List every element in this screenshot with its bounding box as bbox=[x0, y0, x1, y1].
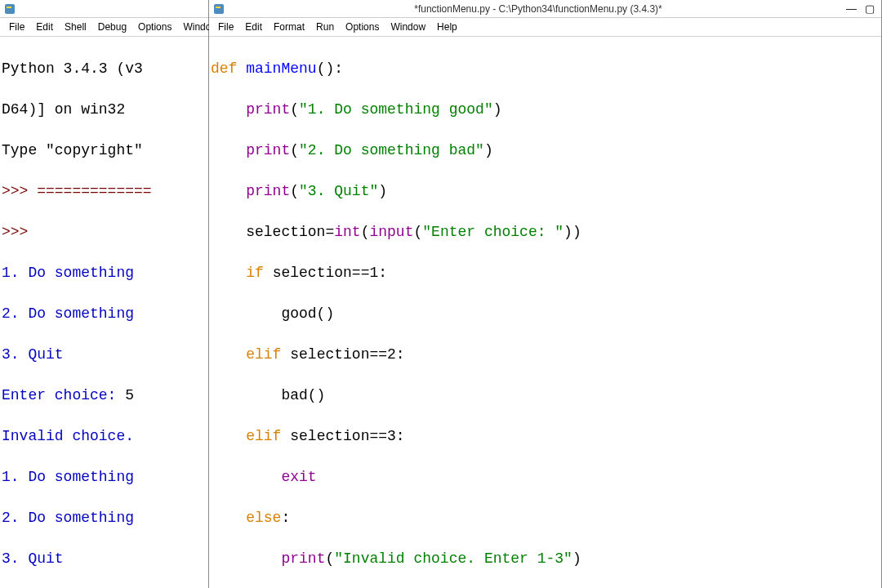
paren: ( bbox=[413, 224, 422, 240]
minimize-button[interactable]: — bbox=[846, 2, 857, 15]
svg-rect-2 bbox=[214, 4, 224, 14]
shell-titlebar bbox=[0, 0, 208, 18]
menu-format[interactable]: Format bbox=[268, 20, 310, 34]
paren: ) bbox=[484, 142, 493, 158]
indent bbox=[211, 469, 281, 485]
window-controls: — ▢ bbox=[846, 2, 878, 15]
kw-if: if bbox=[246, 265, 264, 281]
stdout-line: 3. Quit bbox=[0, 345, 208, 365]
prompt: >>> bbox=[2, 224, 37, 240]
indent bbox=[211, 183, 246, 199]
shell-output[interactable]: Python 3.4.3 (v3 D64)] on win32 Type "co… bbox=[0, 37, 208, 588]
builtin: int bbox=[334, 224, 360, 240]
paren: ) bbox=[572, 550, 581, 567]
builtin: print bbox=[246, 142, 290, 158]
string: "Enter choice: " bbox=[422, 224, 564, 240]
kw-else: else bbox=[246, 510, 281, 526]
code-text: selection= bbox=[211, 224, 334, 240]
string: "Invalid choice. Enter 1-3" bbox=[334, 550, 572, 567]
code-text: selection==1: bbox=[264, 265, 387, 281]
indent bbox=[211, 101, 246, 118]
code-text: bad() bbox=[209, 385, 881, 406]
kw-elif: elif bbox=[246, 346, 281, 363]
python-icon bbox=[3, 2, 16, 16]
stdout-line: 1. Do something bbox=[0, 467, 208, 488]
indent bbox=[211, 510, 246, 526]
editor-title: *functionMenu.py - C:\Python34\functionM… bbox=[230, 3, 846, 15]
code-text: selection==3: bbox=[281, 428, 404, 444]
code-text: selection==2: bbox=[281, 346, 404, 363]
indent bbox=[211, 550, 281, 567]
paren: ) bbox=[493, 101, 502, 118]
indent bbox=[211, 428, 246, 444]
banner-line: D64)] on win32 bbox=[0, 100, 208, 120]
python-icon bbox=[212, 2, 225, 16]
paren: ( bbox=[361, 224, 370, 240]
stdout-line: Enter choice: bbox=[2, 387, 125, 403]
kw-def: def bbox=[211, 60, 246, 77]
shell-menubar: File Edit Shell Debug Options Window bbox=[0, 18, 208, 37]
editor-window: *functionMenu.py - C:\Python34\functionM… bbox=[209, 0, 882, 588]
kw-elif: elif bbox=[246, 428, 281, 444]
editor-content[interactable]: def mainMenu(): print("1. Do something g… bbox=[209, 37, 881, 588]
banner-line: Type "copyright" bbox=[0, 140, 208, 161]
menu-debug[interactable]: Debug bbox=[92, 20, 132, 34]
stdout-line: 3. Quit bbox=[0, 549, 208, 569]
fn-name: mainMenu bbox=[246, 60, 316, 77]
stdout-line: Invalid choice. bbox=[0, 426, 208, 447]
stdout-line: 2. Do something bbox=[0, 508, 208, 528]
code-text: : bbox=[281, 510, 290, 526]
builtin: exit bbox=[281, 469, 316, 485]
builtin: input bbox=[369, 224, 413, 240]
paren: ( bbox=[290, 142, 299, 158]
code-text: (): bbox=[317, 60, 343, 77]
stdout-line: 1. Do something bbox=[0, 263, 208, 283]
builtin: print bbox=[246, 183, 290, 199]
string: "3. Quit" bbox=[299, 183, 378, 199]
menu-window[interactable]: Window bbox=[385, 20, 431, 34]
menu-shell[interactable]: Shell bbox=[59, 20, 92, 34]
string: "1. Do something good" bbox=[299, 101, 493, 118]
indent bbox=[211, 265, 246, 281]
builtin: print bbox=[281, 550, 325, 567]
menu-run[interactable]: Run bbox=[310, 20, 340, 34]
svg-rect-0 bbox=[5, 4, 15, 14]
svg-rect-3 bbox=[216, 7, 220, 8]
menu-edit[interactable]: Edit bbox=[239, 20, 268, 34]
maximize-button[interactable]: ▢ bbox=[865, 2, 875, 15]
builtin: print bbox=[246, 101, 290, 118]
user-input: 5 bbox=[125, 387, 134, 403]
svg-rect-1 bbox=[7, 7, 11, 8]
indent bbox=[211, 142, 246, 158]
paren: )) bbox=[564, 224, 581, 240]
stdout-line: 2. Do something bbox=[0, 304, 208, 324]
menu-edit[interactable]: Edit bbox=[30, 20, 59, 34]
editor-titlebar: *functionMenu.py - C:\Python34\functionM… bbox=[209, 0, 881, 18]
paren: ( bbox=[325, 550, 334, 567]
menu-file[interactable]: File bbox=[212, 20, 239, 34]
paren: ) bbox=[378, 183, 387, 199]
menu-file[interactable]: File bbox=[3, 20, 30, 34]
indent bbox=[211, 346, 246, 363]
code-text: good() bbox=[209, 304, 881, 324]
banner-line: Python 3.4.3 (v3 bbox=[0, 59, 208, 79]
menu-help[interactable]: Help bbox=[431, 20, 463, 34]
restart-divider: >>> ============= bbox=[2, 183, 152, 199]
paren: ( bbox=[290, 101, 299, 118]
string: "2. Do something bad" bbox=[299, 142, 484, 158]
shell-window: File Edit Shell Debug Options Window Pyt… bbox=[0, 0, 209, 588]
editor-menubar: File Edit Format Run Options Window Help bbox=[209, 18, 881, 37]
menu-options[interactable]: Options bbox=[340, 20, 385, 34]
paren: ( bbox=[290, 183, 299, 199]
menu-options[interactable]: Options bbox=[132, 20, 177, 34]
